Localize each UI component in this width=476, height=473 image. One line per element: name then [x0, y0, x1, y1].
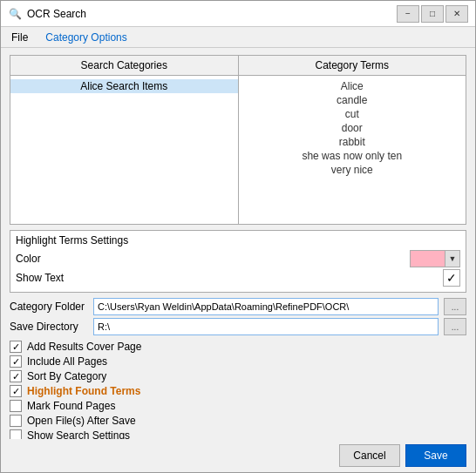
highlight-found-terms-checkbox[interactable]	[10, 385, 22, 397]
list-item[interactable]: door	[239, 121, 466, 135]
search-categories-col: Alice Search Items	[10, 76, 239, 224]
color-dropdown-button[interactable]: ▼	[445, 250, 460, 267]
save-directory-input[interactable]	[93, 318, 439, 335]
open-files-after-save-checkbox[interactable]	[10, 415, 22, 427]
minimize-button[interactable]: −	[397, 5, 419, 23]
list-item[interactable]: candle	[239, 93, 466, 107]
col2-header: Category Terms	[239, 56, 466, 76]
show-text-label: Show Text	[16, 272, 68, 284]
option-include-all-pages: Include All Pages	[10, 355, 466, 368]
category-folder-label: Category Folder	[10, 301, 88, 313]
app-icon: 🔍	[8, 7, 22, 21]
main-window: 🔍 OCR Search − □ ✕ File Category Options…	[0, 0, 476, 473]
category-folder-browse-button[interactable]: ...	[444, 298, 466, 315]
title-bar: 🔍 OCR Search − □ ✕	[1, 1, 475, 27]
highlight-section: Highlight Terms Settings Color ▼ Show Te…	[10, 230, 466, 293]
show-text-row: Show Text	[16, 269, 460, 287]
menu-category-options[interactable]: Category Options	[38, 30, 133, 45]
mark-found-pages-label: Mark Found Pages	[27, 400, 115, 412]
categories-header: Search Categories Category Terms	[10, 56, 466, 76]
menu-file[interactable]: File	[4, 30, 35, 45]
mark-found-pages-checkbox[interactable]	[10, 400, 22, 412]
option-open-files-after-save: Open File(s) After Save	[10, 415, 466, 427]
include-all-pages-checkbox[interactable]	[10, 355, 22, 368]
option-show-search-settings: Show Search Settings	[10, 429, 466, 439]
highlight-found-terms-label: Highlight Found Terms	[27, 385, 140, 397]
title-bar-controls: − □ ✕	[397, 5, 468, 23]
list-item[interactable]: very nice	[239, 163, 466, 177]
window-title: OCR Search	[27, 8, 86, 20]
include-all-pages-label: Include All Pages	[27, 355, 107, 368]
show-text-checkbox[interactable]	[443, 269, 460, 287]
category-folder-input[interactable]	[93, 298, 439, 315]
content-area: Search Categories Category Terms Alice S…	[1, 48, 475, 439]
option-add-results-cover-page: Add Results Cover Page	[10, 341, 466, 353]
cancel-button[interactable]: Cancel	[339, 444, 400, 467]
color-picker-wrapper: ▼	[410, 250, 460, 267]
category-terms-col: Alice candle cut door rabbit she was now…	[239, 76, 466, 224]
save-directory-browse-button[interactable]: ...	[444, 318, 466, 335]
categories-section: Search Categories Category Terms Alice S…	[10, 55, 466, 225]
sort-by-category-checkbox[interactable]	[10, 370, 22, 382]
highlight-section-title: Highlight Terms Settings	[16, 234, 460, 247]
list-item[interactable]: rabbit	[239, 135, 466, 149]
add-results-cover-page-label: Add Results Cover Page	[27, 341, 141, 353]
open-files-after-save-label: Open File(s) After Save	[27, 415, 136, 427]
category-folder-row: Category Folder ...	[10, 298, 466, 315]
list-item[interactable]: she was now only ten	[239, 149, 466, 163]
close-button[interactable]: ✕	[445, 5, 468, 23]
option-mark-found-pages: Mark Found Pages	[10, 400, 466, 412]
folder-section: Category Folder ... Save Directory ...	[10, 298, 466, 335]
show-search-settings-checkbox[interactable]	[10, 429, 22, 439]
save-directory-row: Save Directory ...	[10, 318, 466, 335]
maximize-button[interactable]: □	[421, 5, 444, 23]
options-section: Add Results Cover Page Include All Pages…	[10, 341, 466, 439]
menu-bar: File Category Options	[1, 27, 475, 48]
save-button[interactable]: Save	[405, 444, 466, 467]
show-search-settings-label: Show Search Settings	[27, 429, 130, 439]
add-results-cover-page-checkbox[interactable]	[10, 341, 22, 353]
footer: Cancel Save	[1, 439, 475, 472]
categories-body: Alice Search Items Alice candle cut door…	[10, 76, 466, 224]
title-bar-left: 🔍 OCR Search	[8, 7, 86, 21]
option-sort-by-category: Sort By Category	[10, 370, 466, 382]
color-swatch[interactable]	[410, 250, 445, 267]
list-item[interactable]: cut	[239, 107, 466, 121]
save-directory-label: Save Directory	[10, 321, 88, 333]
color-label: Color	[16, 253, 68, 265]
sort-by-category-label: Sort By Category	[27, 370, 106, 382]
list-item[interactable]: Alice	[239, 79, 466, 93]
color-row: Color ▼	[16, 250, 460, 267]
option-highlight-found-terms: Highlight Found Terms	[10, 385, 466, 397]
list-item[interactable]: Alice Search Items	[10, 79, 238, 93]
col1-header: Search Categories	[10, 56, 239, 76]
